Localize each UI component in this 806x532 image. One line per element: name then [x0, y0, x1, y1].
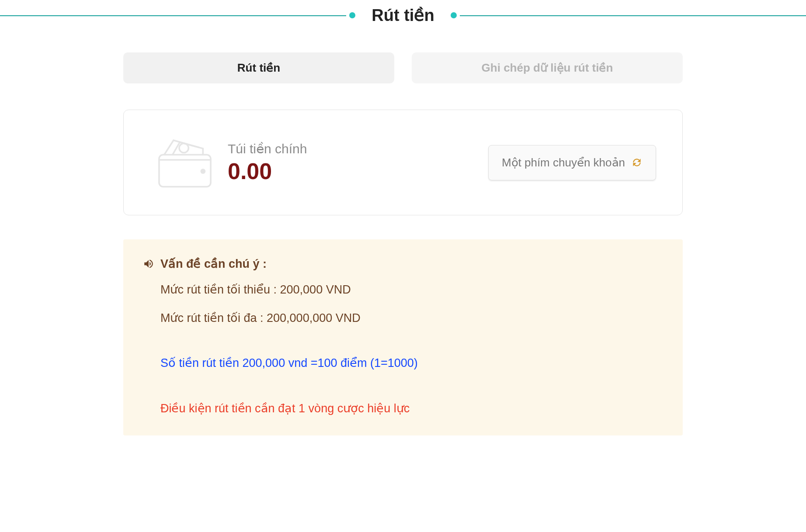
tab-withdraw-history[interactable]: Ghi chép dữ liệu rút tiền	[412, 52, 683, 83]
tabs-row: Rút tiền Ghi chép dữ liệu rút tiền	[123, 52, 683, 83]
wallet-amount: 0.00	[228, 158, 307, 184]
notice-min: Mức rút tiền tối thiểu : 200,000 VND	[160, 280, 663, 299]
speaker-icon	[143, 258, 154, 269]
divider-dot-right	[451, 12, 457, 18]
tab-withdraw[interactable]: Rút tiền	[123, 52, 394, 83]
notice-box: Vấn đề cần chú ý : Mức rút tiền tối thiể…	[123, 239, 683, 435]
notice-condition: Điều kiện rút tiền cần đạt 1 vòng cược h…	[160, 399, 663, 418]
wallet-icon	[150, 132, 220, 193]
wallet-label: Túi tiền chính	[228, 141, 307, 156]
notice-rate: Số tiền rút tiền 200,000 vnd =100 điểm (…	[160, 354, 663, 373]
wallet-card: Túi tiền chính 0.00 Một phím chuyển khoả…	[123, 110, 683, 215]
notice-max: Mức rút tiền tối đa : 200,000,000 VND	[160, 309, 663, 328]
transfer-button-label: Một phím chuyển khoản	[502, 156, 625, 169]
header-divider: Rút tiền	[0, 4, 806, 26]
refresh-icon	[631, 157, 643, 168]
notice-heading: Vấn đề cần chú ý :	[160, 257, 267, 271]
divider-dot-left	[349, 12, 355, 18]
transfer-button[interactable]: Một phím chuyển khoản	[488, 145, 656, 180]
svg-point-2	[179, 143, 188, 152]
notice-heading-row: Vấn đề cần chú ý :	[143, 257, 663, 271]
wallet-info: Túi tiền chính 0.00	[150, 132, 307, 193]
svg-point-1	[200, 169, 205, 174]
page-title: Rút tiền	[358, 6, 447, 25]
